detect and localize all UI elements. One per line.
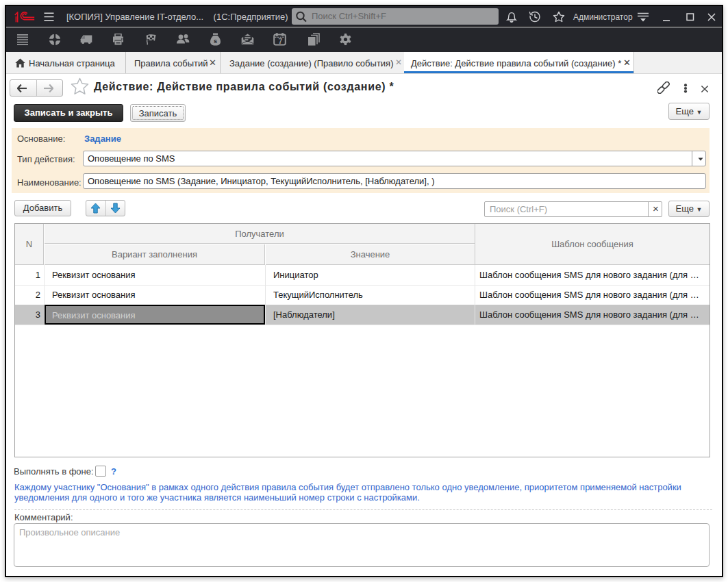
svg-text:7: 7 — [278, 37, 282, 45]
svg-text:s: s — [214, 38, 217, 45]
